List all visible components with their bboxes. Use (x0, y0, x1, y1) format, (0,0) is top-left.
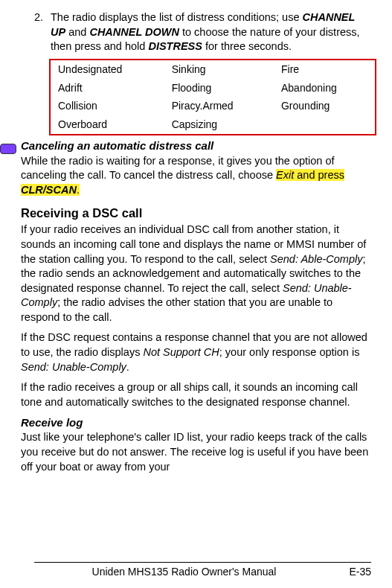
cell: Sinking (164, 60, 274, 79)
table-row: Undesignated Sinking Fire (50, 60, 376, 79)
table-row: Adrift Flooding Abandoning (50, 79, 376, 98)
send-unable-comply-label: Send: Unable-Comply (21, 361, 126, 373)
dsc-paragraph-2: If the DSC request contains a response c… (21, 330, 371, 374)
distress-conditions-table: Undesignated Sinking Fire Adrift Floodin… (49, 59, 376, 136)
cell: Grounding (274, 97, 376, 115)
cell: Flooding (164, 79, 274, 98)
step-text: The radio displays the list of distress … (51, 10, 371, 54)
text: ; your only response option is (219, 346, 360, 358)
cell: Piracy.Armed (164, 97, 274, 115)
text: . (77, 184, 80, 196)
receive-log-heading: Receive log (21, 415, 371, 430)
canceling-paragraph: While the radio is waiting for a respons… (21, 154, 371, 198)
canceling-heading: Canceling an automatic distress call (21, 138, 371, 153)
footer-page-number: E-35 (334, 566, 371, 578)
text: and press (294, 169, 344, 181)
cell: Adrift (50, 79, 164, 98)
cell: Overboard (50, 115, 164, 135)
receive-log-paragraph: Just like your telephone's caller ID lis… (21, 430, 371, 474)
send-able-comply-label: Send: Able-Comply (270, 253, 362, 265)
text: . (126, 361, 129, 373)
exit-label: Exit (276, 169, 294, 181)
table-row: Collision Piracy.Armed Grounding (50, 97, 376, 115)
dsc-paragraph-1: If your radio receives an individual DSC… (21, 223, 371, 325)
distress-label: DISTRESS (148, 40, 202, 52)
footer-title: Uniden MHS135 Radio Owner's Manual (34, 566, 334, 578)
table-row: Overboard Capsizing (50, 115, 376, 135)
dsc-paragraph-3: If the radio receives a group or all shi… (21, 380, 371, 409)
step-number: 2. (34, 10, 51, 54)
page-footer: Uniden MHS135 Radio Owner's Manual E-35 (34, 562, 371, 578)
not-support-ch-label: Not Support CH (143, 346, 219, 358)
page-content: 2. The radio displays the list of distre… (0, 0, 392, 474)
text: for three seconds. (202, 40, 292, 52)
page-edge-marker (0, 144, 16, 154)
cell: Undesignated (50, 60, 164, 79)
text: The radio displays the list of distress … (51, 11, 303, 23)
cell: Capsizing (164, 115, 274, 135)
text: and (65, 26, 89, 38)
text: ; the radio advises the other station th… (21, 296, 332, 323)
cell: Collision (50, 97, 164, 115)
cell: Abandoning (274, 79, 376, 98)
clr-scan-label: CLR/SCAN (21, 184, 77, 196)
cell: Fire (274, 60, 376, 79)
receiving-dsc-heading: Receiving a DSC call (21, 205, 371, 221)
channel-down-label: CHANNEL DOWN (89, 26, 179, 38)
cell (274, 115, 376, 135)
step-2: 2. The radio displays the list of distre… (21, 10, 371, 54)
